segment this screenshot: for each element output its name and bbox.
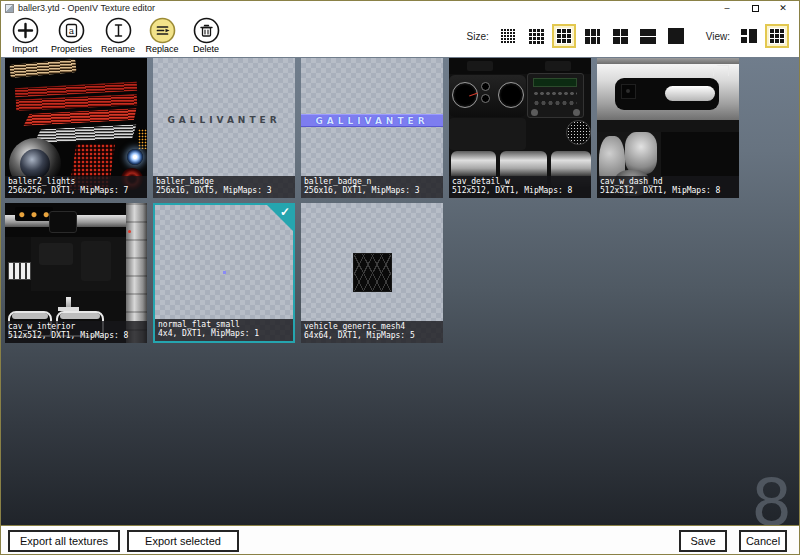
texture-tile-baller-badge-n[interactable]: GALLIVANTER baller_badge_n 256x16, DXT1,… <box>301 58 443 198</box>
size-option-2[interactable] <box>524 24 548 48</box>
delete-label: Delete <box>193 44 219 54</box>
window-controls: – ✕ <box>713 1 797 15</box>
center-console-box <box>49 211 77 233</box>
export-all-textures-button[interactable]: Export all textures <box>8 530 120 552</box>
grid-size-medium-icon <box>556 28 572 44</box>
minimize-button[interactable]: – <box>713 1 741 15</box>
size-option-5[interactable] <box>608 24 632 48</box>
texture-tile-vehicle-generic-mesh4[interactable]: vehicle_generic_mesh4 64x64, DXT1, MipMa… <box>301 203 443 343</box>
cancel-button[interactable]: Cancel <box>739 530 787 552</box>
minimize-icon: – <box>724 3 729 13</box>
normal-map-pixel <box>223 271 226 274</box>
replace-label: Replace <box>146 44 179 54</box>
texture-tile-normal-flat-small[interactable]: ✓ normal_flat_small 4x4, DXT1, MipMaps: … <box>153 203 295 343</box>
ibeam-circle-icon <box>105 17 132 44</box>
radio-knob <box>531 109 538 116</box>
dash-vent <box>545 61 571 71</box>
texture-info: 512x512, DXT1, MipMaps: 8 <box>8 332 144 341</box>
texture-label: cav_w_interior 512x512, DXT1, MipMaps: 8 <box>5 321 147 343</box>
interior-panel <box>39 243 73 265</box>
texture-label: cav_w_dash_hd 512x512, DXT1, MipMaps: 8 <box>597 176 739 198</box>
view-thumbnails-icon <box>769 28 785 44</box>
properties-button[interactable]: a Properties <box>47 16 96 54</box>
svg-text:a: a <box>69 26 75 36</box>
badge-text: GALLIVANTER <box>153 115 295 125</box>
badge-text: GALLIVANTER <box>301 116 443 126</box>
size-option-7[interactable] <box>664 24 688 48</box>
gauge-small <box>481 94 490 103</box>
normal-map-strip: GALLIVANTER <box>301 114 443 127</box>
radio-buttons <box>533 91 577 96</box>
console-dot <box>626 89 630 93</box>
toolbar: Import a Properties Rename Replace Delet… <box>1 15 799 57</box>
replace-button[interactable]: Replace <box>140 16 184 54</box>
seat-cushion <box>60 313 100 319</box>
texture-info: 256x16, DXT5, MipMaps: 3 <box>156 187 292 196</box>
texture-tile-cav-w-interior[interactable]: cav_w_interior 512x512, DXT1, MipMaps: 8 <box>5 203 147 343</box>
interior-panel <box>81 241 111 281</box>
size-label: Size: <box>466 31 488 42</box>
rename-button[interactable]: Rename <box>96 16 140 54</box>
grid-size-xsmall-icon <box>500 28 516 44</box>
grid-size-xlarge-icon <box>612 28 628 44</box>
texture-grid-area: 8 baller2_lights <box>1 57 799 525</box>
taillight-red-band <box>16 94 137 110</box>
size-option-3-selected[interactable] <box>552 24 576 48</box>
footer-bar: Export all textures Export selected Save… <box>1 525 799 555</box>
grid-size-large-icon <box>584 28 600 44</box>
size-option-6[interactable] <box>636 24 660 48</box>
gauge-right <box>498 82 524 108</box>
radio-buttons <box>533 100 577 106</box>
grid-size-small-icon <box>528 28 544 44</box>
dash-vent <box>467 61 493 71</box>
view-option-details[interactable] <box>737 24 761 48</box>
texture-tile-cav-detail-w[interactable]: cav_detail_w 512x512, DXT1, MipMaps: 8 <box>449 58 591 198</box>
import-label: Import <box>12 44 38 54</box>
size-option-4[interactable] <box>580 24 604 48</box>
texture-info: 256x16, DXT1, MipMaps: 3 <box>304 187 440 196</box>
import-button[interactable]: Import <box>3 16 47 54</box>
properties-circle-icon: a <box>58 17 85 44</box>
seat-cushion <box>12 313 48 319</box>
texture-label: baller_badge_n 256x16, DXT1, MipMaps: 3 <box>301 176 443 198</box>
texture-info: 512x512, DXT1, MipMaps: 8 <box>600 187 736 196</box>
chrome-pill <box>665 86 715 101</box>
texture-tile-baller2-lights[interactable]: baller2_lights 256x256, DXT1, MipMaps: 7 <box>5 58 147 198</box>
texture-tile-baller-badge[interactable]: GALLIVANTER baller_badge 256x16, DXT5, M… <box>153 58 295 198</box>
texture-label: baller_badge 256x16, DXT5, MipMaps: 3 <box>153 176 295 198</box>
view-label: View: <box>706 31 730 42</box>
texture-label: normal_flat_small 4x4, DXT1, MipMaps: 1 <box>155 319 293 341</box>
size-option-1[interactable] <box>496 24 520 48</box>
plus-circle-icon <box>12 17 39 44</box>
view-option-thumbnails-selected[interactable] <box>765 24 789 48</box>
grid-size-full-icon <box>668 28 684 44</box>
radio-display <box>533 78 577 87</box>
trash-circle-icon <box>193 17 220 44</box>
view-details-icon <box>741 28 757 44</box>
texture-tile-cav-w-dash-hd[interactable]: cav_w_dash_hd 512x512, DXT1, MipMaps: 8 <box>597 58 739 198</box>
glow-bulb <box>127 149 143 165</box>
texture-info: 512x512, DXT1, MipMaps: 8 <box>452 187 588 196</box>
texture-editor-window: baller3.ytd - OpenIV Texture editor – ✕ … <box>0 0 800 555</box>
delete-button[interactable]: Delete <box>184 16 228 54</box>
seat-part <box>625 132 657 174</box>
close-icon: ✕ <box>779 3 787 13</box>
led-array <box>138 129 147 149</box>
gauge-left <box>452 82 478 108</box>
close-button[interactable]: ✕ <box>769 1 797 15</box>
maximize-button[interactable] <box>741 1 769 15</box>
gauge-cluster-amber <box>15 207 53 221</box>
radio-knob <box>573 109 580 116</box>
selection-checkmark-icon: ✓ <box>280 206 290 218</box>
texture-grid: baller2_lights 256x256, DXT1, MipMaps: 7… <box>1 57 799 525</box>
speaker-grille <box>566 120 591 145</box>
texture-info: 256x256, DXT1, MipMaps: 7 <box>8 187 144 196</box>
window-switches <box>8 262 31 280</box>
properties-label: Properties <box>51 44 92 54</box>
texture-info: 64x64, DXT1, MipMaps: 5 <box>304 332 440 341</box>
export-selected-button[interactable]: Export selected <box>127 530 239 552</box>
save-button[interactable]: Save <box>679 530 727 552</box>
window-title: baller3.ytd - OpenIV Texture editor <box>18 1 155 15</box>
texture-label: baller2_lights 256x256, DXT1, MipMaps: 7 <box>5 176 147 198</box>
dark-divider <box>597 120 739 132</box>
